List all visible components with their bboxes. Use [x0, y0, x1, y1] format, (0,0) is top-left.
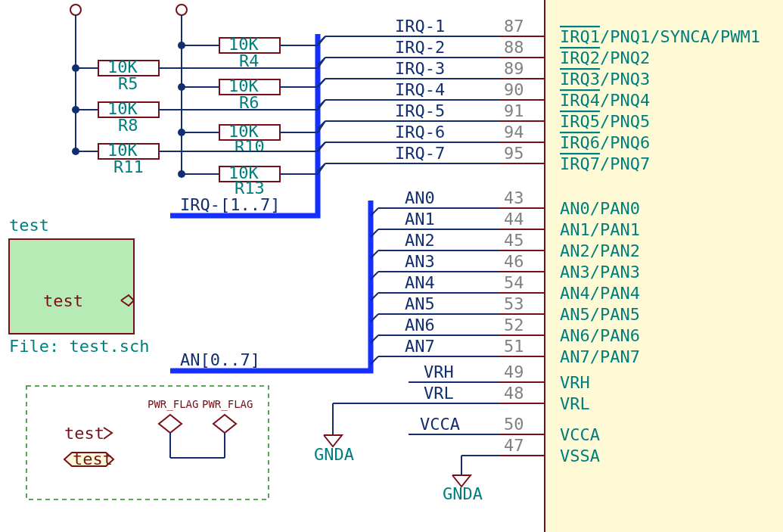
schematic-canvas: VDD VDD IRQ-[1..7] IRQ-1 87 IRQ1/PNQ1/SY…	[0, 0, 783, 532]
svg-rect-168	[9, 239, 134, 334]
svg-text:AN6: AN6	[405, 316, 435, 334]
svg-text:AN3: AN3	[405, 252, 435, 271]
svg-text:45: 45	[504, 231, 524, 250]
svg-text:AN5: AN5	[405, 294, 435, 313]
svg-text:R8: R8	[118, 116, 138, 135]
svg-text:AN6/PAN6: AN6/PAN6	[560, 326, 640, 345]
gnda-label-1: GNDA	[314, 445, 354, 464]
svg-text:VCCA: VCCA	[560, 425, 600, 444]
pwrflag-label-2: PWR_FLAG	[202, 398, 253, 411]
svg-text:53: 53	[504, 294, 524, 313]
svg-text:54: 54	[504, 273, 524, 292]
svg-text:AN4/PAN4: AN4/PAN4	[560, 284, 640, 303]
svg-text:IRQ-6: IRQ-6	[395, 123, 445, 142]
svg-text:90: 90	[504, 80, 524, 99]
svg-text:AN4: AN4	[405, 273, 435, 292]
svg-text:44: 44	[504, 210, 524, 229]
svg-text:AN7: AN7	[405, 337, 435, 356]
pwrflag-label-1: PWR_FLAG	[148, 398, 198, 411]
vdd-label-2: VDD	[170, 0, 200, 4]
svg-text:R13: R13	[235, 179, 265, 198]
dashed-demo-box: PWR_FLAG PWR_FLAG test test	[26, 386, 269, 499]
svg-text:AN2/PAN2: AN2/PAN2	[560, 241, 640, 260]
vdd-label-1: VDD	[64, 0, 95, 4]
svg-text:87: 87	[504, 17, 524, 36]
svg-text:VRH: VRH	[424, 362, 454, 381]
svg-text:91: 91	[504, 101, 524, 120]
svg-text:IRQ-7: IRQ-7	[395, 144, 445, 163]
svg-text:VCCA: VCCA	[420, 415, 460, 434]
svg-text:47: 47	[504, 436, 524, 455]
svg-text:IRQ-5: IRQ-5	[395, 101, 445, 120]
svg-text:AN2: AN2	[405, 231, 435, 250]
an-bus	[170, 201, 371, 371]
svg-text:VRL: VRL	[560, 394, 590, 413]
svg-text:AN0/PAN0: AN0/PAN0	[560, 199, 640, 218]
svg-text:IRQ2/PNQ2: IRQ2/PNQ2	[560, 48, 650, 67]
svg-text:52: 52	[504, 316, 524, 334]
svg-text:43: 43	[504, 188, 524, 207]
svg-text:IRQ-4: IRQ-4	[395, 80, 445, 99]
svg-text:AN0: AN0	[405, 188, 435, 207]
svg-text:test: test	[64, 424, 104, 443]
svg-text:IRQ3/PNQ3: IRQ3/PNQ3	[560, 70, 650, 89]
svg-text:IRQ-3: IRQ-3	[395, 59, 445, 78]
svg-text:50: 50	[504, 415, 524, 434]
svg-text:95: 95	[504, 144, 524, 163]
svg-text:94: 94	[504, 123, 524, 142]
svg-text:R5: R5	[118, 74, 138, 93]
svg-text:VRL: VRL	[424, 384, 454, 403]
svg-text:AN3/PAN3: AN3/PAN3	[560, 263, 640, 282]
port-bidi: test	[64, 450, 113, 468]
svg-text:VRH: VRH	[560, 373, 590, 392]
svg-text:IRQ-2: IRQ-2	[395, 38, 445, 57]
svg-text:AN1/PAN1: AN1/PAN1	[560, 220, 640, 239]
svg-text:R11: R11	[113, 157, 144, 176]
svg-text:48: 48	[504, 384, 524, 403]
svg-text:IRQ6/PNQ6: IRQ6/PNQ6	[560, 133, 650, 152]
svg-text:IRQ7/PNQ7: IRQ7/PNQ7	[560, 154, 650, 173]
sheet-pin-label: test	[43, 291, 83, 310]
gnda-label-2: GNDA	[443, 484, 483, 503]
svg-text:49: 49	[504, 362, 524, 381]
port-output: test	[64, 424, 112, 443]
svg-text:46: 46	[504, 252, 524, 271]
svg-text:AN7/PAN7: AN7/PAN7	[560, 347, 640, 366]
svg-text:IRQ5/PNQ5: IRQ5/PNQ5	[560, 112, 650, 131]
svg-text:88: 88	[504, 38, 524, 57]
sheet-title: test	[9, 216, 49, 235]
svg-point-3	[176, 5, 187, 15]
svg-text:test: test	[73, 450, 113, 468]
svg-text:File: test.sch: File: test.sch	[9, 337, 149, 356]
svg-text:AN1: AN1	[405, 210, 435, 229]
svg-text:89: 89	[504, 59, 524, 78]
vdd-symbol-right: VDD	[170, 0, 200, 30]
svg-text:IRQ1/PNQ1/SYNCA/PWM1: IRQ1/PNQ1/SYNCA/PWM1	[560, 27, 760, 46]
svg-text:51: 51	[504, 337, 524, 356]
hierarchical-sheet[interactable]: test test File: test.sch	[9, 216, 149, 356]
an-net-group: AN0 43 AN0/PAN0 AN1 44 AN1/PAN1 AN2 45 A…	[371, 188, 640, 366]
vdd-symbol-left: VDD	[64, 0, 95, 30]
svg-text:IRQ-1: IRQ-1	[395, 17, 445, 36]
svg-text:IRQ4/PNQ4: IRQ4/PNQ4	[560, 91, 650, 110]
svg-text:VSSA: VSSA	[560, 446, 600, 465]
svg-text:AN5/PAN5: AN5/PAN5	[560, 305, 640, 324]
bus-label-irq: IRQ-[1..7]	[180, 195, 280, 214]
bus-label-an: AN[0..7]	[180, 350, 260, 369]
svg-point-1	[70, 5, 81, 15]
svg-text:R10: R10	[235, 137, 265, 156]
